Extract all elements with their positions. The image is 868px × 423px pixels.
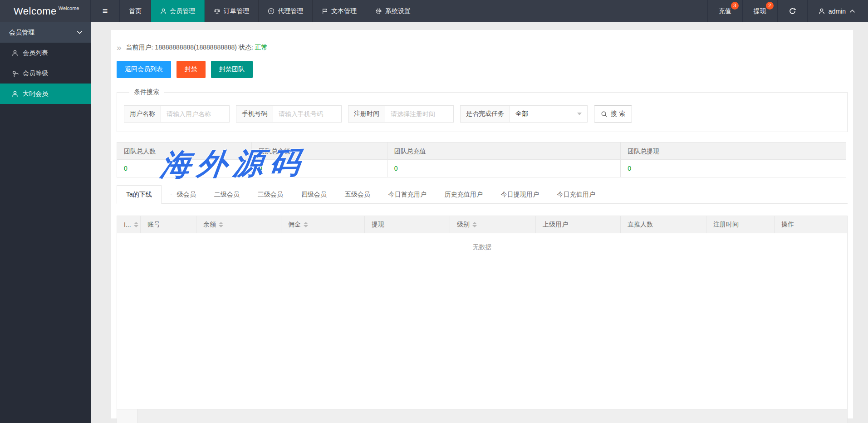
nav-home-label: 首页 [129,7,142,15]
search-button[interactable]: 搜 索 [594,105,632,123]
withdraw-label: 提现 [754,7,766,15]
table-footer-row [117,409,848,423]
register-time-field-group: 注册时间 [348,105,454,123]
downline-tabs: Ta的下线 一级会员 二级会员 三级会员 四级会员 五级会员 今日首充用户 历史… [117,186,848,204]
column-header-register-time: 注册时间 [706,216,775,233]
menu-toggle-icon[interactable]: ≡ [91,0,120,22]
nav-members-label: 会员管理 [170,7,195,15]
user-menu[interactable]: admin [807,0,868,22]
column-header-commission[interactable]: 佣金 [281,216,365,233]
task-filter-select[interactable]: 全部 [510,106,587,122]
recharge-button[interactable]: 充值 3 [707,0,742,22]
column-header-balance[interactable]: 余额 [196,216,281,233]
task-filter-label: 是否完成任务 [461,106,510,122]
sidebar-group-members[interactable]: 会员管理 [0,22,91,43]
refresh-button[interactable] [777,0,807,22]
sidebar-group-label: 会员管理 [9,29,34,37]
tab-today-first-recharge[interactable]: 今日首充用户 [379,186,436,203]
nav-texts-label: 文本管理 [331,7,357,15]
username-field-label: 用户名称 [124,106,161,122]
username-input[interactable] [161,106,229,122]
register-time-input[interactable] [385,106,453,122]
refresh-icon [789,7,796,15]
sort-icon[interactable] [219,222,223,227]
no-data-text: 无数据 [117,233,847,251]
tab-today-recharge[interactable]: 今日充值用户 [548,186,604,203]
app-logo[interactable]: Welcome Welcome [0,0,91,22]
tab-today-withdraw[interactable]: 今日提现用户 [492,186,548,203]
back-to-member-list-button[interactable]: 返回会员列表 [117,61,171,78]
sort-icon[interactable] [472,222,477,227]
nav-settings-label: 系统设置 [385,7,411,15]
ban-team-button[interactable]: 封禁团队 [211,61,253,78]
search-panel: 条件搜索 用户名称 手机号码 注册时间 是否完成任务 全部 [117,88,848,132]
stat-team-total-balance: 团队总余额 0 [251,142,387,177]
recharge-label: 充值 [719,7,731,15]
stat-label: 团队总余额 [252,143,387,160]
sidebar: 会员管理 会员列表 会员等级 大叼会员 [0,22,91,423]
stat-value: 0 [252,160,387,177]
team-stats: 团队总人数 0 团队总余额 0 团队总充值 0 团队总提现 0 [117,142,848,177]
tab-ta-downline[interactable]: Ta的下线 [117,185,162,204]
table-header-row: I... 账号 余额 佣金 提现 级别 [117,216,848,233]
action-buttons: 返回会员列表 封禁 封禁团队 [111,52,853,78]
nav-home[interactable]: 首页 [120,0,151,22]
stat-team-total-withdraw: 团队总提现 0 [620,142,846,177]
sidebar-item-label: 会员列表 [23,49,48,57]
sidebar-item-member-list[interactable]: 会员列表 [0,43,91,63]
chevron-down-icon [577,113,582,115]
status-label: 状态: [239,44,253,51]
nav-settings[interactable]: 系统设置 [366,0,420,22]
withdraw-button[interactable]: 提现 2 [742,0,777,22]
stat-team-total-recharge: 团队总充值 0 [387,142,621,177]
tab-level-3[interactable]: 三级会员 [249,186,292,203]
username-field-group: 用户名称 [124,105,230,123]
withdraw-badge: 2 [766,2,774,10]
main-content: » 当前用户: 18888888888(18888888888) 状态: 正常 … [91,22,868,423]
register-time-field-label: 注册时间 [348,106,385,122]
stat-label: 团队总充值 [387,143,621,160]
top-navigation: 首页 会员管理 订单管理 S 代理管理 文本管理 [120,0,420,22]
phone-field-group: 手机号码 [236,105,342,123]
user-icon [12,50,18,56]
nav-agents-label: 代理管理 [278,7,303,15]
breadcrumb-arrows-icon: » [117,44,122,51]
username: admin [829,8,846,15]
user-icon [12,91,18,97]
stat-label: 团队总提现 [621,143,846,160]
nav-agents[interactable]: S 代理管理 [259,0,313,22]
column-header-operations: 操作 [775,216,847,233]
user-icon [160,8,167,15]
agent-circle-s-icon: S [268,8,275,15]
chevron-down-icon [77,30,83,34]
tab-level-4[interactable]: 四级会员 [292,186,336,203]
gear-icon [375,8,382,15]
members-table: I... 账号 余额 佣金 提现 级别 [117,216,848,423]
ban-button[interactable]: 封禁 [177,61,206,78]
status-badge: 正常 [255,44,268,51]
level-icon [10,69,19,78]
topbar: Welcome Welcome ≡ 首页 会员管理 订单管理 S 代理管理 [0,0,868,22]
nav-members[interactable]: 会员管理 [151,0,205,22]
tab-level-2[interactable]: 二级会员 [205,186,249,203]
sidebar-item-big-member[interactable]: 大叼会员 [0,84,91,104]
column-header-id[interactable]: I... [117,216,141,233]
phone-input[interactable] [273,106,341,122]
nav-orders-label: 订单管理 [224,7,249,15]
column-header-level[interactable]: 级别 [450,216,536,233]
sidebar-item-label: 会员等级 [23,69,48,78]
tab-level-1[interactable]: 一级会员 [162,186,205,203]
table-footer-fixed-cell [117,409,137,423]
nav-orders[interactable]: 订单管理 [205,0,259,22]
column-header-parent-user: 上级用户 [536,216,621,233]
column-header-withdraw: 提现 [365,216,450,233]
sort-icon[interactable] [304,222,308,227]
tab-history-recharge[interactable]: 历史充值用户 [436,186,492,203]
nav-texts[interactable]: 文本管理 [313,0,366,22]
sort-icon[interactable] [134,222,138,227]
topbar-right-actions: 充值 3 提现 2 admin [707,0,868,22]
logo-superscript: Welcome [59,5,79,11]
tab-level-5[interactable]: 五级会员 [336,186,379,203]
sidebar-item-member-level[interactable]: 会员等级 [0,63,91,84]
current-user-label: 当前用户: [126,44,153,51]
